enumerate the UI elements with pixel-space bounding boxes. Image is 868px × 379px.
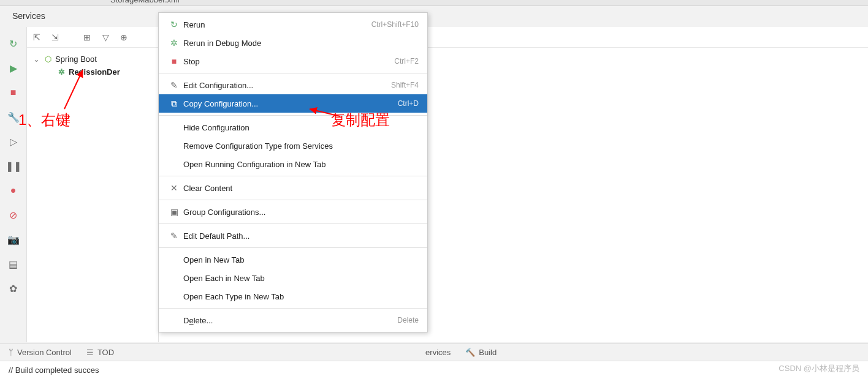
menu-group-configurations[interactable]: ▣ Group Configurations...: [159, 203, 427, 221]
copy-icon: ⧉: [167, 99, 181, 109]
rerun-icon[interactable]: ↻: [8, 38, 19, 49]
pencil-icon: ✎: [167, 231, 181, 241]
layout-icon[interactable]: ▤: [8, 258, 19, 269]
menu-separator: [159, 200, 427, 200]
disable-icon[interactable]: ⊘: [8, 209, 19, 220]
services-tree-panel: ⇱ ⇲ ⊞ ▽ ⊕ ⌄ ⬡ Spring Boot ✲ RedissionDer: [27, 27, 159, 342]
status-bar: // Build completed succes: [0, 361, 868, 379]
tree-node-label: RedissionDer: [69, 67, 120, 77]
bug-icon: ✲: [56, 68, 66, 77]
menu-edit-configuration[interactable]: ✎ Edit Configuration... Shift+F4: [159, 76, 427, 94]
menu-hide-configuration[interactable]: Hide Configuration: [159, 118, 427, 137]
menu-stop[interactable]: ■ Stop Ctrl+F2: [159, 52, 427, 70]
menu-separator: [159, 176, 427, 176]
menu-clear-content[interactable]: ✕ Clear Content: [159, 179, 427, 197]
menu-remove-type[interactable]: Remove Configuration Type from Services: [159, 137, 427, 155]
spring-boot-icon: ⬡: [43, 55, 53, 64]
watermark: CSDN @小林是程序员: [779, 363, 859, 374]
pause-icon[interactable]: ❚❚: [8, 160, 19, 171]
menu-open-each-new-tab[interactable]: Open Each in New Tab: [159, 269, 427, 287]
menu-separator: [159, 308, 427, 309]
add-icon[interactable]: ⊕: [119, 32, 129, 42]
menu-open-running[interactable]: Open Running Configuration in New Tab: [159, 155, 427, 173]
menu-separator: [159, 73, 427, 73]
tree-node-app[interactable]: ✲ RedissionDer: [27, 66, 158, 78]
stop-icon[interactable]: ■: [8, 87, 19, 98]
filter-icon[interactable]: ▽: [101, 32, 110, 42]
branch-icon: ᛘ: [9, 348, 13, 357]
menu-open-each-type-new-tab[interactable]: Open Each Type in New Tab: [159, 287, 427, 306]
menu-edit-default-path[interactable]: ✎ Edit Default Path...: [159, 227, 427, 245]
tree-toolbar: ⇱ ⇲ ⊞ ▽ ⊕: [27, 27, 158, 48]
tab-version-control[interactable]: ᛘVersion Control: [9, 348, 72, 357]
tree-node-spring-boot[interactable]: ⌄ ⬡ Spring Boot: [27, 53, 158, 66]
record-icon[interactable]: ●: [8, 185, 19, 196]
wrench-icon[interactable]: 🔧: [8, 111, 19, 122]
menu-separator: [159, 115, 427, 116]
run-icon[interactable]: ▶: [8, 62, 19, 73]
menu-separator: [159, 247, 427, 248]
stop-icon: ■: [167, 56, 181, 66]
step-icon[interactable]: ▷: [8, 136, 19, 147]
chevron-down-icon: ⌄: [33, 54, 40, 64]
bottom-tool-tabs: ᛘVersion Control ☰TOD ervices 🔨Build: [0, 343, 868, 361]
group-icon: ▣: [167, 207, 181, 217]
menu-rerun-debug[interactable]: ✲ Rerun in Debug Mode: [159, 34, 427, 52]
editor-tab[interactable]: StorageMabber.xml: [110, 0, 180, 4]
rerun-icon: ↻: [167, 20, 181, 29]
menu-separator: [159, 223, 427, 224]
tree-node-label: Spring Boot: [55, 54, 97, 64]
editor-tab-bar: StorageMabber.xml: [0, 0, 868, 6]
todo-icon: ☰: [86, 348, 94, 357]
tab-services[interactable]: ervices: [425, 348, 451, 357]
settings-icon[interactable]: ✿: [8, 283, 19, 294]
expand-all-icon[interactable]: ⇱: [32, 32, 42, 42]
group-icon[interactable]: ⊞: [82, 32, 92, 42]
context-menu: ↻ Rerun Ctrl+Shift+F10 ✲ Rerun in Debug …: [158, 12, 428, 332]
tab-build[interactable]: 🔨Build: [465, 348, 497, 357]
menu-open-new-tab[interactable]: Open in New Tab: [159, 250, 427, 269]
close-icon: ✕: [167, 183, 181, 193]
debug-icon: ✲: [167, 38, 181, 48]
menu-delete[interactable]: Delete... Delete: [159, 311, 427, 329]
services-left-toolbar: ↻ ▶ ■ 🔧 ▷ ❚❚ ● ⊘ 📷 ▤ ✿: [0, 27, 27, 342]
status-text: // Build completed succes: [9, 366, 99, 375]
menu-rerun[interactable]: ↻ Rerun Ctrl+Shift+F10: [159, 15, 427, 34]
pencil-icon: ✎: [167, 80, 181, 90]
menu-copy-configuration[interactable]: ⧉ Copy Configuration... Ctrl+D: [159, 94, 427, 113]
panel-title-services: Services: [12, 11, 45, 21]
tab-todo[interactable]: ☰TOD: [86, 348, 114, 357]
collapse-all-icon[interactable]: ⇲: [50, 32, 60, 42]
hammer-icon: 🔨: [465, 348, 475, 357]
camera-icon[interactable]: 📷: [8, 234, 19, 245]
